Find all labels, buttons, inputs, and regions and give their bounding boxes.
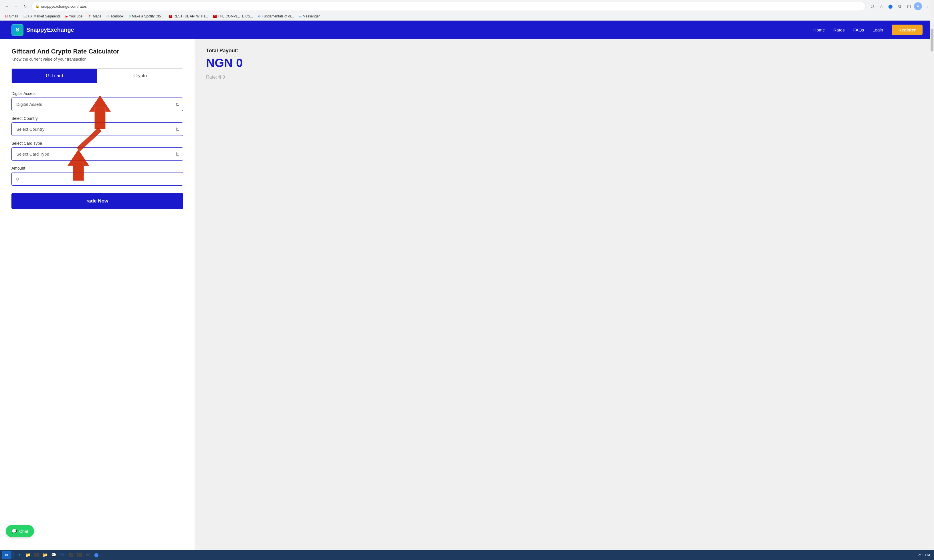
taskbar-folder[interactable]: 📂: [41, 551, 49, 559]
page-subtitle: Know the current value of your transacti…: [11, 57, 183, 62]
nav-rates[interactable]: Rates: [834, 28, 845, 32]
browser-chrome: ← → ↻ 🔒 ⬡ ☆ ⬤ ⧉ ▢ A ⋮ M Gmail 📊 FX Marke…: [0, 0, 934, 21]
tab-crypto[interactable]: Crypto: [97, 69, 183, 83]
url-input[interactable]: [41, 4, 862, 9]
whatsapp-icon: 💬: [11, 529, 17, 534]
bookmark-cs[interactable]: C THE COMPLETE CS...: [211, 14, 255, 19]
tab-gift-card[interactable]: Gift card: [12, 69, 97, 83]
logo-text: SnappyExchange: [26, 26, 74, 33]
bookmark-google[interactable]: G Fundamentals of di...: [256, 14, 296, 19]
main-layout: Giftcard And Crypto Rate Calculator Know…: [0, 39, 934, 560]
digital-assets-group: Digital Assets Digital Assets ⇅: [11, 91, 183, 111]
taskbar-app1[interactable]: 💬: [49, 551, 57, 559]
bookmark-maps[interactable]: 📍 Maps: [85, 14, 103, 19]
calculator-section: Giftcard And Crypto Rate Calculator Know…: [0, 39, 194, 560]
taskbar-word[interactable]: W: [58, 551, 66, 559]
google-icon: G: [258, 15, 261, 18]
bookmark-messenger[interactable]: m Messenger: [297, 14, 322, 19]
bookmark-label: Fundamentals of di...: [262, 14, 294, 18]
toolbar-icons: ⬡ ☆ ⬤ ⧉ ▢ A ⋮: [868, 2, 931, 10]
gmail-icon: M: [5, 15, 8, 18]
bookmark-fx[interactable]: 📊 FX Market Segments: [21, 14, 63, 19]
bookmark-youtube[interactable]: ▶ YouTube: [63, 14, 85, 19]
logo-icon: S: [11, 24, 23, 36]
amount-input[interactable]: [11, 172, 183, 186]
taskbar-app3[interactable]: ⬛: [75, 551, 83, 559]
reload-button[interactable]: ↻: [21, 2, 29, 10]
select-country-label: Select Country: [11, 116, 183, 121]
address-bar[interactable]: 🔒: [31, 2, 866, 11]
messenger-icon: m: [299, 15, 302, 18]
star-icon[interactable]: ☆: [877, 2, 885, 10]
taskbar-separator-1: [13, 552, 14, 558]
select-country-group: Select Country Select Country ⇅: [11, 116, 183, 136]
rate-label: Rate: ₦ 0: [206, 74, 923, 80]
youtube-icon: ▶: [66, 15, 68, 18]
bookmark-label: Facebook: [108, 14, 123, 18]
nav-login[interactable]: Login: [872, 28, 883, 32]
time-display: 2:10 PM: [918, 553, 930, 557]
nav-links: Home Rates FAQs Login Register: [814, 25, 923, 35]
select-country-select[interactable]: Select Country: [11, 122, 183, 136]
cs-icon: C: [213, 15, 217, 18]
taskbar-chrome[interactable]: ⬤: [92, 551, 100, 559]
bookmark-label: YouTube: [69, 14, 82, 18]
nav-buttons: ← → ↻: [3, 2, 29, 10]
browser-toolbar: ← → ↻ 🔒 ⬡ ☆ ⬤ ⧉ ▢ A ⋮: [0, 0, 934, 12]
nav-home[interactable]: Home: [814, 28, 825, 32]
site-logo: S SnappyExchange: [11, 24, 74, 36]
bookmark-spotify[interactable]: S Make a Spotify Clo...: [126, 14, 166, 19]
start-button[interactable]: ⊞: [2, 551, 11, 559]
amount-group: Amount: [11, 166, 183, 186]
website: S SnappyExchange Home Rates FAQs Login R…: [0, 21, 934, 560]
fx-icon: 📊: [23, 15, 27, 18]
bookmark-label: Messenger: [303, 14, 320, 18]
calc-wrapper: Gift card Crypto Digital Assets Digital …: [11, 68, 183, 209]
bookmark-label: FX Market Segments: [28, 14, 61, 18]
digital-assets-label: Digital Assets: [11, 91, 183, 96]
bookmark-facebook[interactable]: f Facebook: [104, 14, 126, 19]
bookmark-label: THE COMPLETE CS...: [218, 14, 253, 18]
annotation-arrows: [11, 68, 183, 209]
maps-icon: 📍: [88, 15, 92, 18]
payout-amount: NGN 0: [206, 56, 923, 70]
register-button[interactable]: Register: [892, 25, 923, 35]
windows-icon: ⊞: [5, 553, 8, 557]
chat-label: Chat: [19, 529, 28, 534]
facebook-icon: f: [106, 15, 107, 18]
digital-assets-select[interactable]: Digital Assets: [11, 97, 183, 111]
taskbar-telegram[interactable]: ✈: [15, 551, 23, 559]
select-card-type-group: Select Card Type Select Card Type ⇅: [11, 141, 183, 161]
scrollbar[interactable]: [930, 0, 934, 560]
spotify-icon: S: [129, 15, 131, 18]
taskbar-app4[interactable]: W: [84, 551, 92, 559]
nav-faqs[interactable]: FAQs: [853, 28, 864, 32]
taskbar-vs[interactable]: ⬛: [32, 551, 40, 559]
restful-icon: R: [169, 15, 173, 18]
extensions-icon[interactable]: ⧉: [895, 2, 904, 10]
site-nav: S SnappyExchange Home Rates FAQs Login R…: [0, 21, 934, 39]
bookmark-restful[interactable]: R RESTFUL API WITH...: [166, 14, 210, 19]
select-card-type-select[interactable]: Select Card Type: [11, 147, 183, 161]
bookmark-label: Maps: [93, 14, 101, 18]
amount-label: Amount: [11, 166, 183, 171]
back-button[interactable]: ←: [3, 2, 11, 10]
tab-group: Gift card Crypto: [11, 68, 183, 83]
taskbar-file-explorer[interactable]: 📁: [24, 551, 32, 559]
bookmark-label: Make a Spotify Clo...: [132, 14, 164, 18]
profile-avatar[interactable]: A: [914, 2, 922, 10]
maximize-icon[interactable]: ▢: [905, 2, 913, 10]
chat-button[interactable]: 💬 Chat: [6, 525, 34, 537]
scroll-thumb[interactable]: [931, 29, 933, 51]
payout-section: Total Payout: NGN 0 Rate: ₦ 0: [194, 39, 934, 560]
trade-now-button[interactable]: rade Now: [11, 193, 183, 209]
bookmarks-bar: M Gmail 📊 FX Market Segments ▶ YouTube 📍…: [0, 12, 934, 20]
chrome-icon[interactable]: ⬤: [886, 2, 894, 10]
cast-icon[interactable]: ⬡: [868, 2, 876, 10]
bookmark-gmail[interactable]: M Gmail: [3, 14, 20, 19]
forward-button[interactable]: →: [12, 2, 20, 10]
taskbar-app2[interactable]: ⬛: [67, 551, 75, 559]
select-card-type-wrapper: Select Card Type ⇅: [11, 147, 183, 161]
taskbar: ⊞ ✈ 📁 ⬛ 📂 💬 W ⬛ ⬛ W ⬤ 2:10 PM: [0, 550, 934, 560]
bookmark-label: Gmail: [9, 14, 18, 18]
